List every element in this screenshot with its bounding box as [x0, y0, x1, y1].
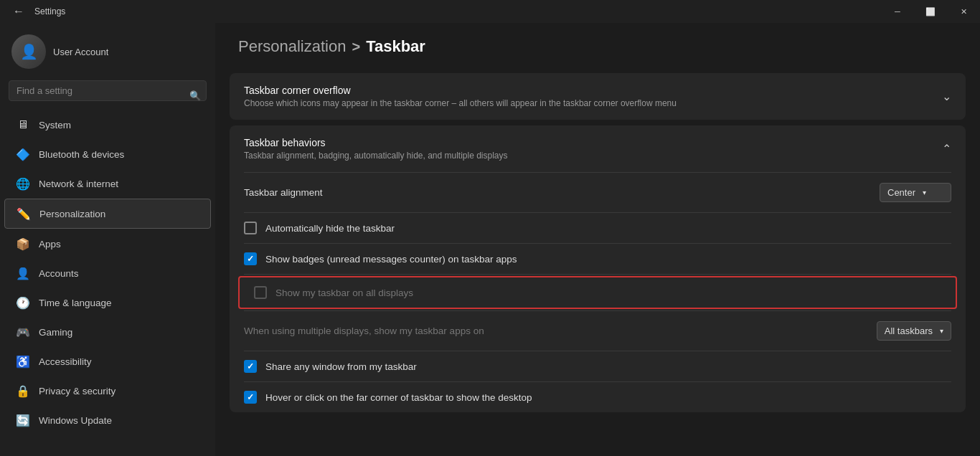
dropdown-value: All taskbars [885, 326, 933, 336]
hover-corner-checkbox[interactable] [244, 391, 257, 404]
multiple-displays-row: When using multiple displays, show my ta… [230, 311, 966, 351]
taskbar-alignment-dropdown[interactable]: Center ▾ [880, 183, 951, 202]
sidebar-item-network[interactable]: 🌐 Network & internet [4, 169, 211, 198]
system-icon: 🖥 [16, 118, 30, 132]
show-badges-checkbox[interactable] [244, 252, 257, 265]
auto-hide-row: Automatically hide the taskbar [230, 213, 966, 243]
apps-icon: 📦 [16, 237, 30, 251]
sidebar-item-system[interactable]: 🖥 System [4, 110, 211, 139]
user-name: User Account [53, 47, 108, 57]
sidebar-item-label: Bluetooth & devices [39, 149, 124, 160]
taskbar-alignment-row: Taskbar alignment Center ▾ [230, 173, 966, 212]
dropdown-chevron-icon: ▾ [923, 189, 926, 196]
sidebar-item-apps[interactable]: 📦 Apps [4, 229, 211, 258]
show-all-displays-row: Show my taskbar on all displays [240, 277, 956, 308]
sidebar-item-label: Accessibility [39, 356, 92, 367]
taskbar-behaviors-section: Taskbar behaviors Taskbar alignment, bad… [230, 125, 966, 412]
titlebar: ← Settings ─ ⬜ ✕ [0, 0, 980, 23]
share-window-checkbox[interactable] [244, 360, 257, 373]
auto-hide-label: Automatically hide the taskbar [265, 223, 395, 234]
privacy-icon: 🔒 [16, 384, 30, 398]
sidebar-item-label: System [39, 120, 71, 130]
breadcrumb-separator: > [352, 39, 360, 55]
personalization-icon: ✏️ [17, 206, 31, 221]
network-icon: 🌐 [16, 176, 30, 191]
search-icon[interactable]: 🔍 [189, 90, 201, 100]
breadcrumb: Personalization > Taskbar [215, 23, 980, 70]
sidebar-item-label: Time & language [39, 298, 112, 308]
windows-update-icon: 🔄 [16, 413, 30, 427]
multiple-displays-label: When using multiple displays, show my ta… [244, 326, 484, 336]
back-button[interactable]: ← [9, 4, 29, 19]
chevron-up-icon: ⌃ [942, 142, 951, 156]
sidebar-item-accessibility[interactable]: ♿ Accessibility [4, 347, 211, 376]
sidebar-item-label: Personalization [39, 209, 105, 219]
sidebar: 👤 User Account 🔍 🖥 System 🔷 Bluetooth & … [0, 23, 215, 456]
maximize-button[interactable]: ⬜ [914, 0, 947, 23]
show-badges-row: Show badges (unread messages counter) on… [230, 244, 966, 274]
sidebar-item-label: Apps [39, 239, 61, 250]
search-input[interactable] [9, 80, 207, 101]
sidebar-item-personalization[interactable]: ✏️ Personalization [4, 199, 211, 229]
sidebar-item-time[interactable]: 🕐 Time & language [4, 288, 211, 317]
minimize-button[interactable]: ─ [881, 0, 914, 23]
section-subtitle: Choose which icons may appear in the tas… [244, 98, 677, 108]
taskbar-corner-overflow-header[interactable]: Taskbar corner overflow Choose which ico… [230, 73, 966, 120]
breadcrumb-current: Taskbar [366, 37, 425, 56]
share-window-label: Share any window from my taskbar [265, 361, 417, 372]
show-badges-label: Show badges (unread messages counter) on… [265, 254, 517, 265]
accessibility-icon: ♿ [16, 354, 30, 369]
titlebar-controls: ─ ⬜ ✕ [881, 0, 980, 23]
multiple-displays-dropdown[interactable]: All taskbars ▾ [877, 321, 951, 341]
main-layout: 👤 User Account 🔍 🖥 System 🔷 Bluetooth & … [0, 23, 980, 456]
breadcrumb-parent: Personalization [238, 37, 346, 56]
sidebar-item-bluetooth[interactable]: 🔷 Bluetooth & devices [4, 140, 211, 168]
sidebar-item-accounts[interactable]: 👤 Accounts [4, 259, 211, 288]
section-header-text: Taskbar corner overflow Choose which ico… [244, 85, 677, 108]
show-all-displays-checkbox[interactable] [254, 286, 267, 299]
taskbar-alignment-label: Taskbar alignment [244, 187, 323, 198]
hover-corner-label: Hover or click on the far corner of task… [265, 392, 532, 403]
show-all-displays-highlighted: Show my taskbar on all displays [238, 276, 957, 309]
auto-hide-checkbox[interactable] [244, 222, 257, 234]
bluetooth-icon: 🔷 [16, 147, 30, 161]
gaming-icon: 🎮 [16, 325, 30, 339]
taskbar-behaviors-header[interactable]: Taskbar behaviors Taskbar alignment, bad… [230, 125, 966, 172]
sidebar-item-gaming[interactable]: 🎮 Gaming [4, 318, 211, 346]
titlebar-left: ← Settings [9, 4, 65, 19]
avatar: 👤 [11, 34, 46, 69]
accounts-icon: 👤 [16, 266, 30, 280]
show-all-displays-label: Show my taskbar on all displays [275, 288, 413, 298]
content-area: Personalization > Taskbar Taskbar corner… [215, 23, 980, 456]
time-icon: 🕐 [16, 295, 30, 310]
sidebar-item-label: Network & internet [39, 179, 118, 189]
section-title: Taskbar behaviors [244, 137, 508, 148]
hover-corner-row: Hover or click on the far corner of task… [230, 382, 966, 412]
user-profile: 👤 User Account [0, 23, 215, 77]
taskbar-corner-overflow-section: Taskbar corner overflow Choose which ico… [230, 73, 966, 120]
sidebar-nav: 🖥 System 🔷 Bluetooth & devices 🌐 Network… [0, 110, 215, 435]
search-container: 🔍 [0, 77, 215, 110]
sidebar-item-label: Windows Update [39, 415, 112, 426]
section-divider [244, 274, 951, 275]
sidebar-item-label: Gaming [39, 327, 72, 338]
section-header-text: Taskbar behaviors Taskbar alignment, bad… [244, 137, 508, 161]
sidebar-item-label: Privacy & security [39, 386, 116, 396]
section-title: Taskbar corner overflow [244, 85, 677, 96]
close-button[interactable]: ✕ [947, 0, 980, 23]
titlebar-title: Settings [34, 6, 65, 16]
dropdown-chevron-icon: ▾ [940, 327, 943, 335]
sidebar-item-label: Accounts [39, 268, 79, 279]
section-subtitle: Taskbar alignment, badging, automaticall… [244, 151, 508, 161]
sidebar-item-windows-update[interactable]: 🔄 Windows Update [4, 406, 211, 434]
sidebar-item-privacy[interactable]: 🔒 Privacy & security [4, 376, 211, 405]
share-window-row: Share any window from my taskbar [230, 351, 966, 381]
chevron-down-icon: ⌄ [942, 90, 951, 103]
dropdown-value: Center [887, 187, 915, 198]
